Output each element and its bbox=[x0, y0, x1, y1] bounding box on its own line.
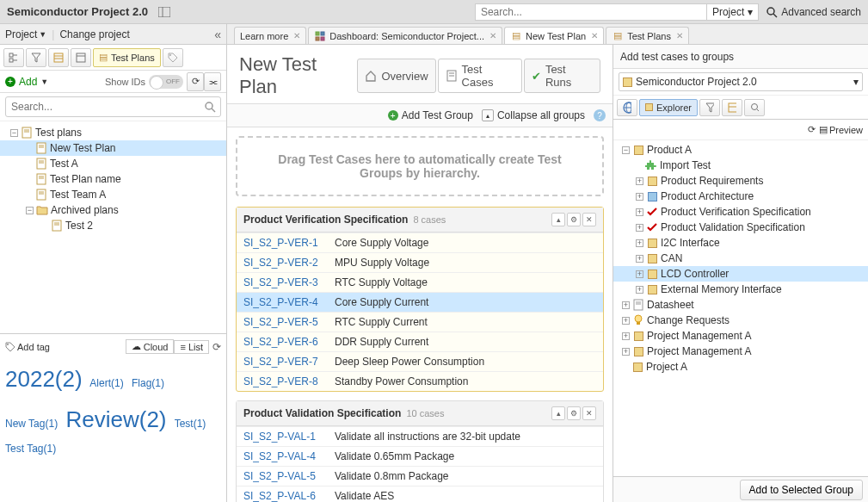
expander-icon[interactable]: + bbox=[636, 177, 643, 185]
test-case-row[interactable]: SI_S2_P-VER-3RTC Supply Voltage bbox=[237, 272, 603, 292]
expander-icon[interactable]: − bbox=[26, 207, 34, 214]
tag-link[interactable]: Test(1) bbox=[175, 418, 206, 430]
expander-icon[interactable]: + bbox=[636, 224, 643, 232]
explorer-item[interactable]: +CAN bbox=[613, 251, 868, 266]
expander-icon[interactable]: + bbox=[636, 286, 643, 294]
tab-test-cases[interactable]: Test Cases bbox=[438, 59, 522, 93]
explorer-item[interactable]: +Product Validation Specification bbox=[613, 220, 868, 235]
editor-tab[interactable]: Dashboard: Semiconductor Project...✕ bbox=[308, 27, 502, 44]
preview-button[interactable]: ▤ Preview bbox=[819, 124, 863, 135]
dropzone[interactable]: Drag Test Cases here to automatically cr… bbox=[236, 136, 604, 196]
expander-icon[interactable]: − bbox=[10, 129, 18, 137]
test-case-row[interactable]: SI_S2_P-VER-7Deep Sleep Power Consumptio… bbox=[237, 351, 603, 371]
expander-icon[interactable]: + bbox=[622, 301, 630, 309]
explorer-item[interactable]: Import Test bbox=[613, 158, 868, 173]
settings-icon[interactable]: ⚙ bbox=[567, 406, 581, 420]
tag-cloud-view-button[interactable]: ☁ Cloud bbox=[126, 339, 175, 354]
tool-window-icon[interactable] bbox=[71, 48, 91, 67]
add-test-group-button[interactable]: + Add Test Group bbox=[388, 109, 473, 121]
tag-list-view-button[interactable]: ≡ List bbox=[174, 340, 209, 354]
table-button[interactable] bbox=[722, 99, 742, 116]
close-icon[interactable]: ✕ bbox=[293, 31, 300, 40]
tag-link[interactable]: 2022(2) bbox=[5, 366, 83, 392]
help-icon[interactable]: ? bbox=[594, 109, 606, 121]
globe-button[interactable] bbox=[617, 99, 637, 116]
refresh-tags-icon[interactable]: ⟳ bbox=[212, 341, 221, 353]
tag-link[interactable]: New Tag(1) bbox=[5, 418, 58, 430]
link-icon[interactable]: ⫘ bbox=[204, 72, 221, 91]
explorer-item[interactable]: +Product Verification Specification bbox=[613, 204, 868, 220]
editor-tab[interactable]: ▤New Test Plan✕ bbox=[504, 27, 604, 44]
collapse-group-icon[interactable]: ▴ bbox=[551, 406, 565, 420]
expander-icon[interactable]: + bbox=[636, 239, 643, 247]
close-icon[interactable]: ✕ bbox=[676, 31, 683, 40]
test-plans-button[interactable]: ▤ Test Plans bbox=[93, 48, 161, 67]
collapse-all-button[interactable]: ▴ Collapse all groups bbox=[482, 109, 585, 121]
close-icon[interactable]: ✕ bbox=[489, 31, 496, 40]
global-search-input[interactable] bbox=[475, 3, 707, 21]
tab-test-runs[interactable]: ✔ Test Runs bbox=[524, 59, 600, 93]
add-tag-link[interactable]: Add tag bbox=[5, 342, 50, 352]
test-case-row[interactable]: SI_S2_P-VER-5RTC Supply Current bbox=[237, 312, 603, 332]
delete-icon[interactable]: ✕ bbox=[582, 213, 596, 226]
explorer-item[interactable]: +External Memory Interface bbox=[613, 282, 868, 297]
test-case-row[interactable]: SI_S2_P-VER-4Core Supply Current bbox=[237, 292, 603, 312]
explorer-item[interactable]: +Product Requirements bbox=[613, 173, 868, 189]
delete-icon[interactable]: ✕ bbox=[582, 406, 596, 420]
explorer-button[interactable]: Explorer bbox=[639, 99, 698, 116]
tool-tree-icon[interactable] bbox=[3, 48, 24, 67]
tag-link[interactable]: Test Tag(1) bbox=[5, 443, 56, 455]
explorer-item[interactable]: +LCD Controller bbox=[613, 266, 868, 282]
tree-item[interactable]: Test Plan name bbox=[0, 171, 226, 187]
tree-item[interactable]: −Archived plans bbox=[0, 202, 226, 218]
expander-icon[interactable]: + bbox=[636, 255, 643, 263]
tree-item[interactable]: Test 2 bbox=[0, 218, 226, 233]
tool-filter-icon[interactable] bbox=[26, 48, 46, 67]
project-menu[interactable]: Project ▼ bbox=[5, 28, 46, 40]
expander-icon[interactable]: + bbox=[636, 270, 643, 278]
explorer-item[interactable]: +Project Management A bbox=[613, 328, 868, 344]
test-case-row[interactable]: SI_S2_P-VER-2MPU Supply Voltage bbox=[237, 252, 603, 272]
editor-tab[interactable]: ▤Test Plans✕ bbox=[606, 27, 689, 44]
tool-table-icon[interactable] bbox=[48, 48, 69, 67]
test-case-row[interactable]: SI_S2_P-VER-1Core Supply Voltage bbox=[237, 232, 603, 252]
expander-icon[interactable]: + bbox=[622, 317, 630, 325]
test-case-row[interactable]: SI_S2_P-VAL-6Validate AES bbox=[237, 486, 603, 502]
search-scope-dropdown[interactable]: Project ▾ bbox=[706, 3, 759, 21]
tab-overview[interactable]: Overview bbox=[357, 59, 435, 93]
test-case-row[interactable]: SI_S2_P-VER-8Standby Power Consumption bbox=[237, 371, 603, 391]
pane-icon[interactable] bbox=[158, 7, 170, 17]
test-case-row[interactable]: SI_S2_P-VAL-5Validate 0.8mm Package bbox=[237, 466, 603, 486]
tool-tag-icon[interactable] bbox=[163, 48, 183, 67]
show-ids-toggle[interactable]: OFF bbox=[149, 75, 183, 89]
explorer-item[interactable]: +Project Management A bbox=[613, 344, 868, 359]
refresh-icon[interactable]: ⟳ bbox=[808, 124, 816, 135]
tag-link[interactable]: Alert(1) bbox=[89, 377, 123, 389]
explorer-item[interactable]: +Change Requests bbox=[613, 313, 868, 328]
expander-icon[interactable]: + bbox=[636, 208, 643, 216]
explorer-item[interactable]: +I2C Interface bbox=[613, 235, 868, 251]
collapse-sidebar-icon[interactable]: « bbox=[214, 28, 221, 41]
explorer-item[interactable]: Project A bbox=[613, 359, 868, 375]
test-case-row[interactable]: SI_S2_P-VAL-4Validate 0.65mm Package bbox=[237, 446, 603, 466]
add-to-selected-group-button[interactable]: Add to Selected Group bbox=[740, 480, 863, 500]
tree-item[interactable]: Test Team A bbox=[0, 187, 226, 202]
expander-icon[interactable]: + bbox=[622, 348, 630, 356]
editor-tab[interactable]: Learn more✕ bbox=[234, 27, 306, 44]
test-case-row[interactable]: SI_S2_P-VAL-1Validate all instructions a… bbox=[237, 426, 603, 446]
explorer-item[interactable]: +Product Architecture bbox=[613, 189, 868, 204]
close-icon[interactable]: ✕ bbox=[591, 31, 598, 40]
add-button[interactable]: + Add ▼ bbox=[5, 76, 48, 88]
expander-icon[interactable]: + bbox=[622, 332, 630, 340]
explorer-item[interactable]: −Product A bbox=[613, 142, 868, 158]
refresh-icon[interactable]: ⟳ bbox=[187, 72, 204, 91]
collapse-group-icon[interactable]: ▴ bbox=[551, 213, 565, 226]
expander-icon[interactable]: + bbox=[636, 193, 643, 201]
test-case-row[interactable]: SI_S2_P-VER-6DDR Supply Current bbox=[237, 332, 603, 351]
explorer-item[interactable]: +Datasheet bbox=[613, 297, 868, 313]
change-project-link[interactable]: Change project bbox=[59, 28, 129, 40]
sidebar-search-input[interactable] bbox=[5, 96, 221, 117]
search-button[interactable] bbox=[744, 99, 765, 116]
project-select-dropdown[interactable]: Semiconductor Project 2.0 ▾ bbox=[619, 72, 863, 91]
filter-button[interactable] bbox=[699, 99, 720, 116]
